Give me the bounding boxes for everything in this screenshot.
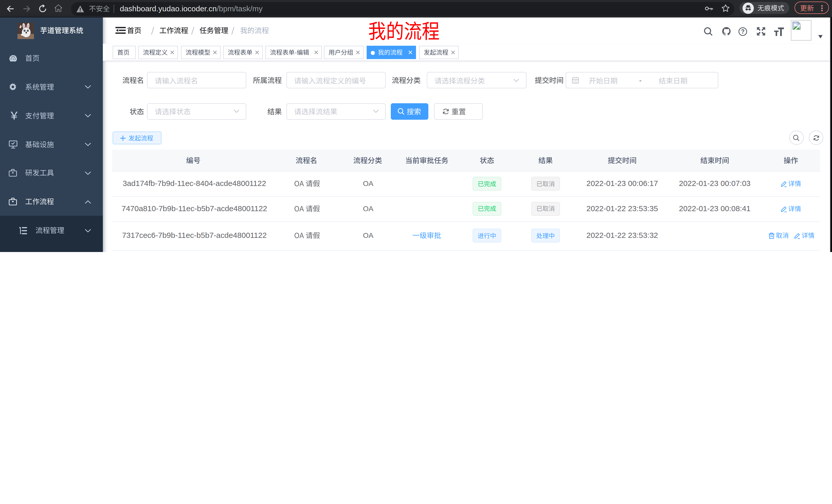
svg-text:?: ? bbox=[741, 28, 745, 35]
